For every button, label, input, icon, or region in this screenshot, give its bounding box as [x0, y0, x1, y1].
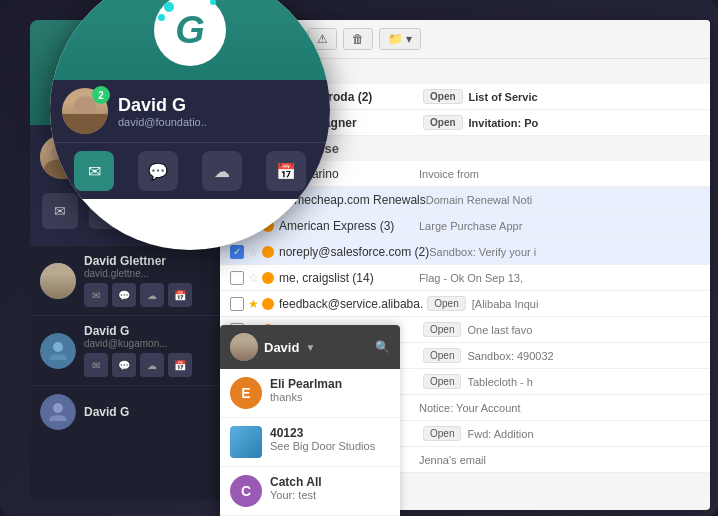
- open-btn-michelle[interactable]: Open: [423, 322, 461, 337]
- small-email-icon-2[interactable]: ✉: [84, 353, 108, 377]
- label-btn[interactable]: 📁 ▾: [379, 28, 421, 50]
- circle-calendar-action[interactable]: 📅: [266, 151, 306, 191]
- subject-seth: Sandbox: 490032: [467, 350, 700, 362]
- message-header: David ▼ 🔍: [220, 325, 400, 369]
- subject-jim: Invoice from: [419, 168, 700, 180]
- msg-content-eli: Eli Pearlman thanks: [270, 377, 342, 403]
- subject-michelle: One last favo: [467, 324, 700, 336]
- contact-email-2: david@kugamon...: [84, 338, 220, 349]
- msg-avatar-eli: E: [230, 377, 262, 409]
- circle-cloud-action[interactable]: ☁: [202, 151, 242, 191]
- circle-actions: ✉ 💬 ☁ 📅: [50, 142, 330, 199]
- contact-details-3: David G: [84, 405, 220, 419]
- open-btn-milan[interactable]: Open: [423, 89, 463, 104]
- circle-contact-section: 2 David G david@foundatio..: [50, 80, 330, 142]
- email-row-alibaba[interactable]: ★ feedback@service.alibaba. Open [Alibab…: [220, 291, 710, 317]
- message-list: E Eli Pearlman thanks 40123 See Big Door…: [220, 369, 400, 516]
- contact-details-1: David Glettner david.glettne...: [84, 254, 220, 279]
- folder-dot-craigslist: [262, 272, 274, 284]
- sender-craigslist: me, craigslist (14): [279, 271, 419, 285]
- contact-item-3[interactable]: David G: [30, 385, 230, 438]
- subject-eva2: Fwd: Addition: [467, 428, 700, 440]
- circle-overlay: G 2 David G david@foundatio.. ✉ 💬 ☁ 📅: [50, 0, 330, 250]
- contact-avatar-2: [40, 333, 76, 369]
- circle-contact-email: david@foundatio..: [118, 116, 207, 128]
- message-item-catchall[interactable]: C Catch All Your: test: [220, 467, 400, 516]
- circle-contact-row: 2 David G david@foundatio..: [62, 88, 318, 134]
- small-actions-1: ✉ 💬 ☁ 📅: [84, 283, 220, 307]
- message-item-40123[interactable]: 40123 See Big Door Studios: [220, 418, 400, 467]
- msg-sender-eli: Eli Pearlman: [270, 377, 342, 391]
- subject-jenna: Jenna's email: [419, 454, 700, 466]
- contact-details-2: David G david@kugamon...: [84, 324, 220, 349]
- contact-name-1: David Glettner: [84, 254, 220, 268]
- subject-amex: Large Purchase Appr: [419, 220, 700, 232]
- small-cal-icon-1[interactable]: 📅: [168, 283, 192, 307]
- subject-alibaba: [Alibaba Inqui: [472, 298, 700, 310]
- subject-salesforce: Sandbox: Verify your i: [429, 246, 700, 258]
- checkbox-alibaba[interactable]: [230, 297, 244, 311]
- circle-chat-action[interactable]: 💬: [138, 151, 178, 191]
- message-item-eli[interactable]: E Eli Pearlman thanks: [220, 369, 400, 418]
- circle-logo-dot-3: [210, 0, 216, 5]
- star-alibaba[interactable]: ★: [248, 297, 259, 311]
- circle-email-action[interactable]: ✉: [74, 151, 114, 191]
- small-chat-icon-2[interactable]: 💬: [112, 353, 136, 377]
- contact-avatar-1: [40, 263, 76, 299]
- contact-avatar-3: [40, 394, 76, 430]
- svg-point-1: [53, 403, 63, 413]
- subject-boa: Notice: Your Account: [419, 402, 700, 414]
- delete-btn[interactable]: 🗑: [343, 28, 373, 50]
- contact-email-1: david.glettne...: [84, 268, 220, 279]
- svg-point-0: [53, 342, 63, 352]
- msg-preview-eli: thanks: [270, 391, 342, 403]
- subject-namecheap: Domain Renewal Noti: [426, 194, 700, 206]
- circle-logo-letter: G: [175, 9, 205, 52]
- subject-eva1: Tablecloth - h: [467, 376, 700, 388]
- small-cal-icon-2[interactable]: 📅: [168, 353, 192, 377]
- subject-karin: Invitation: Po: [469, 117, 700, 129]
- msg-content-40123: 40123 See Big Door Studios: [270, 426, 375, 452]
- subject-milan: List of Servic: [469, 91, 700, 103]
- circle-logo-dot-1: [164, 2, 174, 12]
- circle-avatar-wrap: 2: [62, 88, 108, 134]
- small-cloud-icon-2[interactable]: ☁: [140, 353, 164, 377]
- small-cloud-icon-1[interactable]: ☁: [140, 283, 164, 307]
- contact-name-2: David G: [84, 324, 220, 338]
- msg-avatar-catchall: C: [230, 475, 262, 507]
- circle-profile-header: G: [50, 0, 330, 80]
- message-panel-avatar: [230, 333, 258, 361]
- star-craigslist[interactable]: ☆: [248, 271, 259, 285]
- folder-icon: 📁: [388, 32, 403, 46]
- folder-dot-alibaba: [262, 298, 274, 310]
- open-btn-seth[interactable]: Open: [423, 348, 461, 363]
- open-btn-karin[interactable]: Open: [423, 115, 463, 130]
- contact-item-2[interactable]: David G david@kugamon... ✉ 💬 ☁ 📅: [30, 315, 230, 385]
- msg-avatar-40123: [230, 426, 262, 458]
- circle-badge: 2: [92, 86, 110, 104]
- small-chat-icon-1[interactable]: 💬: [112, 283, 136, 307]
- person-icon-3: [47, 401, 69, 423]
- small-email-icon-1[interactable]: ✉: [84, 283, 108, 307]
- contact-item-1[interactable]: David Glettner david.glettne... ✉ 💬 ☁ 📅: [30, 245, 230, 315]
- email-row-craigslist[interactable]: ☆ me, craigslist (14) Flag - Ok On Sep 1…: [220, 265, 710, 291]
- open-btn-eva1[interactable]: Open: [423, 374, 461, 389]
- open-btn-eva2[interactable]: Open: [423, 426, 461, 441]
- msg-preview-catchall: Your: test: [270, 489, 322, 501]
- open-btn-alibaba[interactable]: Open: [427, 296, 465, 311]
- circle-logo-dot-2: [158, 14, 165, 21]
- contact-name-3: David G: [84, 405, 220, 419]
- checkbox-craigslist[interactable]: [230, 271, 244, 285]
- msg-sender-catchall: Catch All: [270, 475, 322, 489]
- small-actions-2: ✉ 💬 ☁ 📅: [84, 353, 220, 377]
- circle-name-block: David G david@foundatio..: [118, 95, 207, 128]
- sender-alibaba: feedback@service.alibaba.: [279, 297, 423, 311]
- dropdown-arrow-icon[interactable]: ▼: [305, 342, 315, 353]
- circle-contact-name: David G: [118, 95, 207, 116]
- circle-logo: G: [154, 0, 226, 66]
- dropdown-arrow-2: ▾: [406, 32, 412, 46]
- search-icon[interactable]: 🔍: [375, 340, 390, 354]
- msg-content-catchall: Catch All Your: test: [270, 475, 322, 501]
- msg-preview-40123: See Big Door Studios: [270, 440, 375, 452]
- message-panel-title: David: [264, 340, 299, 355]
